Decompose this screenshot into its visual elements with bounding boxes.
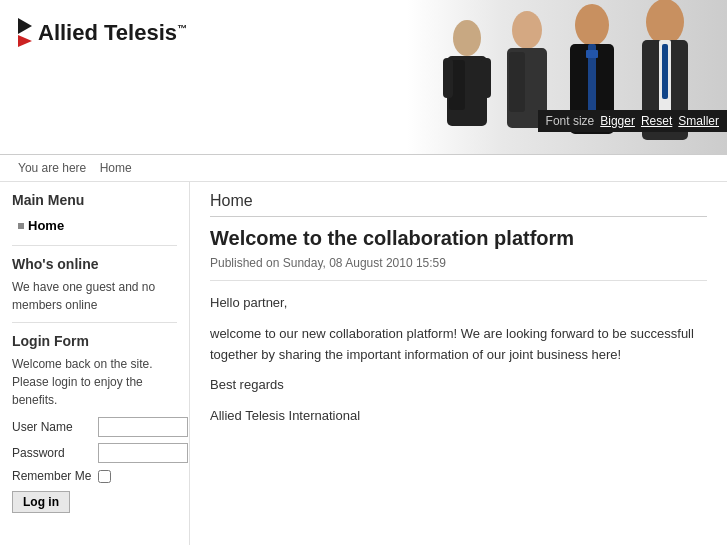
login-welcome-text: Welcome back on the site. Please login t…	[12, 355, 177, 409]
svg-rect-12	[586, 50, 598, 58]
breadcrumb-home[interactable]: Home	[100, 161, 132, 175]
article-regards-1: Best regards	[210, 375, 707, 396]
username-row: User Name	[12, 417, 177, 437]
sidebar-item-home[interactable]: Home	[12, 214, 177, 237]
article-greeting: Hello partner,	[210, 293, 707, 314]
breadcrumb: You are here Home	[0, 155, 727, 182]
login-button[interactable]: Log in	[12, 491, 70, 513]
sidebar: Main Menu Home Who's online We have one …	[0, 182, 190, 545]
main-menu-title: Main Menu	[12, 192, 177, 208]
whos-online-title: Who's online	[12, 256, 177, 272]
main-content: Home Welcome to the collaboration platfo…	[190, 182, 727, 545]
header-image: Font size Bigger Reset Smaller	[407, 0, 727, 155]
logo: Allied Telesis™	[18, 18, 187, 47]
article-regards-2: Allied Telesis International	[210, 406, 707, 427]
password-row: Password	[12, 443, 177, 463]
password-input[interactable]	[98, 443, 188, 463]
article-body: Hello partner, welcome to our new collab…	[210, 293, 707, 427]
username-label: User Name	[12, 420, 92, 434]
svg-point-13	[646, 0, 684, 45]
logo-chevron-bottom	[18, 35, 32, 47]
svg-rect-4	[443, 58, 453, 98]
article-date: Published on Sunday, 08 August 2010 15:5…	[210, 256, 707, 281]
font-size-bar: Font size Bigger Reset Smaller	[538, 110, 727, 132]
svg-point-9	[575, 4, 609, 46]
menu-item-home-label: Home	[28, 218, 64, 233]
remember-me-label: Remember Me	[12, 469, 92, 483]
svg-rect-16	[662, 44, 668, 99]
smaller-button[interactable]: Smaller	[678, 114, 719, 128]
password-label: Password	[12, 446, 92, 460]
article-title: Welcome to the collaboration platform	[210, 227, 707, 250]
section-title: Home	[210, 192, 707, 217]
sidebar-divider-1	[12, 245, 177, 246]
menu-bullet-icon	[18, 223, 24, 229]
content-area: Main Menu Home Who's online We have one …	[0, 182, 727, 545]
remember-me-checkbox[interactable]	[98, 470, 111, 483]
username-input[interactable]	[98, 417, 188, 437]
svg-point-6	[512, 11, 542, 49]
logo-chevrons	[18, 18, 32, 47]
bigger-button[interactable]: Bigger	[600, 114, 635, 128]
svg-rect-5	[481, 58, 491, 98]
remember-me-row: Remember Me	[12, 469, 177, 483]
you-are-here-text: You are here	[18, 161, 86, 175]
login-form-title: Login Form	[12, 333, 177, 349]
article-body-text: welcome to our new collaboration platfor…	[210, 324, 707, 366]
svg-rect-8	[509, 52, 525, 112]
logo-text: Allied Telesis™	[38, 20, 187, 46]
whos-online-text: We have one guest and no members online	[12, 278, 177, 314]
font-size-label: Font size	[546, 114, 595, 128]
svg-point-1	[453, 20, 481, 56]
logo-chevron-top	[18, 18, 32, 34]
header: Allied Telesis™	[0, 0, 727, 155]
sidebar-divider-2	[12, 322, 177, 323]
reset-button[interactable]: Reset	[641, 114, 672, 128]
